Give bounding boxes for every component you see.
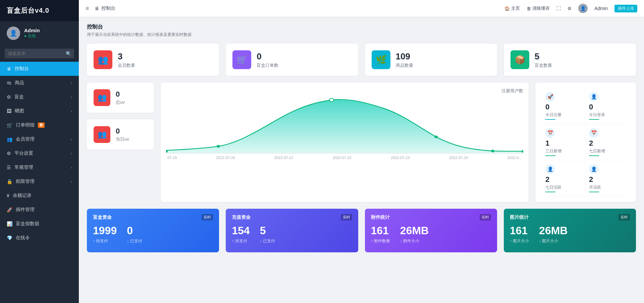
rsi-value-0: 0 bbox=[545, 103, 582, 111]
sidebar-item-perms[interactable]: 🔒 权限管理 › bbox=[0, 174, 79, 189]
bcv-label-2-1: ↓ 附件大小 bbox=[400, 238, 429, 244]
sidebar-item-orders[interactable]: 🛒 订单明细 新 bbox=[0, 118, 79, 132]
menu-label-orders: 订单明细 bbox=[16, 122, 35, 128]
menu-icon-photos: 🖼 bbox=[7, 108, 11, 114]
stat-icon-0: 👥 bbox=[94, 50, 112, 69]
breadcrumb-text: 控制台 bbox=[101, 5, 115, 11]
upload-badge[interactable]: 插件上传 bbox=[614, 5, 637, 12]
trash-icon: 🗑 bbox=[527, 6, 531, 11]
sidebar-item-fake[interactable]: 📊 盲盒假数据 bbox=[0, 217, 79, 231]
rsi-value-4: 2 bbox=[545, 175, 582, 184]
bottom-card-1: 充值资金 实时 154 ↑ 待支付 5 ↓ 已支付 bbox=[226, 209, 358, 252]
chevron-perms: › bbox=[71, 180, 72, 184]
bottom-card-0: 盲盒资金 实时 1999 ↑ 待支付 0 ↓ 已支付 bbox=[87, 209, 219, 252]
bcv-value-3-0: 161 bbox=[510, 224, 529, 237]
right-stat-4: 👤 2 七日活跃 bbox=[542, 160, 586, 197]
settings-icon-link[interactable]: ⚙ bbox=[568, 6, 572, 11]
x-label-4: 2022-07-23 bbox=[391, 156, 410, 160]
stat-card2-1: 👥 0 当日uv bbox=[87, 119, 154, 150]
bc-header-2: 附件统计 实时 bbox=[371, 214, 491, 220]
clear-cache-label: 清除缓存 bbox=[532, 5, 550, 11]
chevron-general: › bbox=[71, 165, 72, 169]
bottom-cards: 盲盒资金 实时 1999 ↑ 待支付 0 ↓ 已支付 充值资金 实时 154 ↑… bbox=[87, 209, 636, 252]
menu-label-dashboard: 控制台 bbox=[15, 66, 29, 72]
sidebar-item-goods[interactable]: 🛍 商品 › bbox=[0, 76, 79, 90]
right-stat-0: 🚀 0 今日注册 bbox=[542, 88, 586, 124]
stat-label2-0: 总uv bbox=[116, 99, 125, 105]
right-stat-3: 📅 2 七日新增 bbox=[586, 124, 629, 160]
menu-label-members: 会员管理 bbox=[16, 136, 35, 142]
admin-name: Admin bbox=[594, 6, 608, 11]
sidebar-item-plugins[interactable]: 🚀 插件管理 bbox=[0, 203, 79, 217]
rsi-underline-3 bbox=[589, 155, 599, 156]
home-icon: 🏠 bbox=[504, 6, 510, 11]
bcv-label-0-1: ↓ 已支付 bbox=[127, 238, 142, 244]
stat-cards-row2: 👥 0 总uv 👥 0 当日uv bbox=[87, 83, 154, 202]
svg-point-2 bbox=[329, 98, 334, 102]
sidebar-item-online[interactable]: 💎 在线令 bbox=[0, 231, 79, 245]
clear-cache-link[interactable]: 🗑 清除缓存 bbox=[527, 5, 550, 11]
badge-orders: 新 bbox=[38, 122, 45, 128]
bc-values-3: 161 ↑ 图片大小 26MB ↓ 图片大小 bbox=[510, 224, 630, 244]
bcv-value-3-1: 26MB bbox=[539, 224, 568, 237]
chevron-platform: › bbox=[71, 151, 72, 155]
right-stat-5: 👤 2 月活跃 bbox=[586, 160, 629, 197]
sidebar-item-dashboard[interactable]: 🖥 控制台 bbox=[0, 62, 79, 76]
bcv-label-1-1: ↓ 已支付 bbox=[260, 238, 275, 244]
home-link[interactable]: 🏠 主页 bbox=[504, 5, 520, 11]
menu-icon-perms: 🔒 bbox=[7, 179, 12, 184]
right-stats: 🚀 0 今日注册 👤 0 今日登录 📅 1 三日新增 📅 2 七日新增 👤 2 … bbox=[535, 83, 636, 202]
bcv-item-3-1: 26MB ↓ 图片大小 bbox=[539, 224, 568, 244]
bcv-label-3-1: ↓ 图片大小 bbox=[539, 238, 568, 244]
bcv-item-2-1: 26MB ↓ 附件大小 bbox=[400, 224, 429, 244]
x-label-2: 2022-07-21 bbox=[274, 156, 293, 160]
sidebar: 盲盒后台v4.0 👤 Admin 在线 🔍 🖥 控制台 🛍 商品 › ⚙ 盲盒 bbox=[0, 0, 79, 303]
admin-avatar: 👤 bbox=[578, 4, 588, 13]
svg-point-4 bbox=[491, 150, 494, 152]
sidebar-item-members[interactable]: 👥 会员管理 › bbox=[0, 132, 79, 146]
stat-label-1: 盲盒订单数 bbox=[257, 62, 278, 68]
rsi-underline-2 bbox=[545, 155, 555, 156]
search-input[interactable] bbox=[5, 49, 74, 58]
bcv-label-1-0: ↑ 待支付 bbox=[232, 238, 250, 244]
menu-icon-fake: 📊 bbox=[7, 221, 12, 226]
menu-label-fake: 盲盒假数据 bbox=[16, 221, 39, 227]
sidebar-item-platform[interactable]: ⚙ 平台设置 › bbox=[0, 146, 79, 160]
rsi-underline-4 bbox=[545, 192, 555, 192]
menu-icon-online: 💎 bbox=[7, 235, 12, 241]
menu-label-goods: 商品 bbox=[15, 80, 24, 86]
hamburger-button[interactable]: ≡ bbox=[86, 5, 89, 12]
bc-badge-3: 实时 bbox=[619, 214, 630, 220]
bcv-label-0-0: ↑ 待支付 bbox=[93, 238, 117, 244]
svg-point-1 bbox=[217, 145, 220, 148]
search-icon: 🔍 bbox=[66, 51, 71, 56]
bcv-item-2-0: 161 ↑ 附件数量 bbox=[371, 224, 390, 244]
sidebar-item-blindbox[interactable]: ⚙ 盲盒 › bbox=[0, 90, 79, 104]
rsi-icon-1: 👤 bbox=[589, 92, 598, 101]
bcv-value-1-1: 5 bbox=[260, 224, 275, 237]
sidebar-menu: 🖥 控制台 🛍 商品 › ⚙ 盲盒 › 🖼 晒图 › 🛒 订单明细 新 bbox=[0, 62, 79, 303]
x-label-0: 07-19 bbox=[167, 156, 177, 160]
rsi-label-4: 七日活跃 bbox=[545, 185, 582, 190]
chevron-photos: › bbox=[71, 109, 72, 113]
stat-value2-0: 0 bbox=[116, 90, 125, 99]
stat-card-2: 🌿 109 商品数量 bbox=[365, 44, 497, 76]
right-stat-2: 📅 1 三日新增 bbox=[542, 124, 586, 160]
sidebar-item-photos[interactable]: 🖼 晒图 › bbox=[0, 104, 79, 118]
sidebar-item-balance[interactable]: ¥ 余额记录 bbox=[0, 189, 79, 203]
bcv-label-3-0: ↑ 图片大小 bbox=[510, 238, 529, 244]
avatar: 👤 bbox=[7, 27, 20, 40]
expand-icon-link[interactable]: ⛶ bbox=[556, 6, 561, 11]
page-title: 控制台 bbox=[87, 23, 636, 31]
stat-icon-1: 🛒 bbox=[232, 50, 251, 69]
stat-value-1: 0 bbox=[257, 51, 278, 62]
sidebar-item-general[interactable]: ☰ 常规管理 › bbox=[0, 160, 79, 174]
chart-title: 注册用户数 bbox=[166, 88, 523, 94]
rsi-icon-4: 👤 bbox=[545, 164, 555, 174]
rsi-underline-0 bbox=[545, 119, 555, 120]
bc-values-2: 161 ↑ 附件数量 26MB ↓ 附件大小 bbox=[371, 224, 491, 244]
rsi-underline-1 bbox=[589, 119, 599, 120]
menu-label-general: 常规管理 bbox=[14, 164, 33, 170]
menu-label-plugins: 插件管理 bbox=[16, 207, 35, 213]
bcv-value-2-0: 161 bbox=[371, 224, 390, 237]
